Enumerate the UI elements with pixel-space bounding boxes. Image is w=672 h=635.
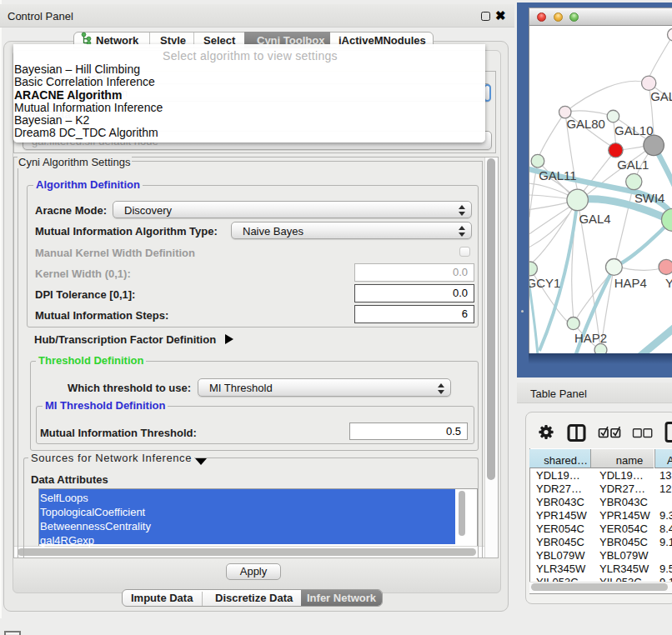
- svg-text:HAP2: HAP2: [574, 332, 607, 345]
- svg-text:GAL1: GAL1: [617, 158, 649, 172]
- svg-text:GCY1: GCY1: [529, 277, 560, 290]
- svg-text:YEL0: YEL0: [665, 277, 672, 290]
- svg-text:GAL80: GAL80: [566, 118, 604, 131]
- svg-text:GAL4: GAL4: [579, 212, 610, 226]
- svg-text:GAL7: GAL7: [650, 90, 672, 103]
- svg-text:SWI4: SWI4: [634, 192, 664, 205]
- svg-text:HAP4: HAP4: [614, 277, 647, 290]
- svg-text:GAL10: GAL10: [614, 124, 653, 138]
- svg-text:GAL11: GAL11: [539, 169, 576, 182]
